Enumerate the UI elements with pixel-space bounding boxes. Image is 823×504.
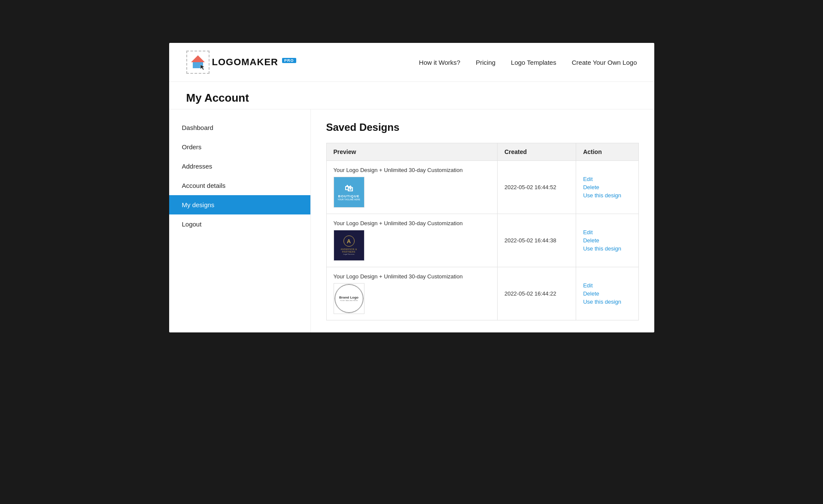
brand-logo-text: Brand Logo [339, 296, 358, 299]
created-cell-1: 2022-05-02 16:44:52 [497, 161, 576, 214]
preview-cell-2: Your Logo Design + Unlimited 30-day Cust… [326, 214, 497, 267]
logo-area: LOGOMAKER PRO [186, 51, 296, 74]
svg-marker-0 [191, 55, 205, 62]
created-date-1: 2022-05-02 16:44:52 [504, 184, 556, 190]
table-row: Your Logo Design + Unlimited 30-day Cust… [326, 161, 638, 214]
design-thumbnail-3: Brand Logo YOUR TAGLINE HERE [334, 283, 364, 314]
sidebar-item-my-designs[interactable]: My designs [169, 195, 310, 214]
created-cell-2: 2022-05-02 16:44:38 [497, 214, 576, 267]
header: LOGOMAKER PRO How it Works? Pricing Logo… [169, 43, 654, 82]
design-thumbnail-2: A Anderson & Partners Legal Services [334, 230, 364, 261]
design-description-3: Your Logo Design + Unlimited 30-day Cust… [334, 273, 490, 280]
action-cell-3: Edit Delete Use this design [576, 267, 638, 320]
created-cell-3: 2022-05-02 16:44:22 [497, 267, 576, 320]
action-links-3: Edit Delete Use this design [583, 282, 631, 305]
sidebar-item-dashboard[interactable]: Dashboard [169, 118, 310, 137]
sidebar-item-logout[interactable]: Logout [169, 214, 310, 234]
logo-text-area: LOGOMAKER PRO [212, 57, 296, 68]
brandlogo-thumb: Brand Logo YOUR TAGLINE HERE [334, 284, 364, 313]
bag-icon: 🛍 [345, 184, 353, 193]
content-area: Saved Designs Preview Created Action You… [311, 109, 654, 332]
page-wrapper: LOGOMAKER PRO How it Works? Pricing Logo… [169, 43, 654, 332]
main-nav: How it Works? Pricing Logo Templates Cre… [419, 59, 637, 66]
action-links-1: Edit Delete Use this design [583, 176, 631, 199]
circle-a-icon: A [343, 235, 355, 247]
sidebar-item-addresses[interactable]: Addresses [169, 157, 310, 176]
action-cell-1: Edit Delete Use this design [576, 161, 638, 214]
delete-link-1[interactable]: Delete [583, 184, 631, 190]
table-header-row: Preview Created Action [326, 143, 638, 161]
nav-logo-templates[interactable]: Logo Templates [511, 59, 556, 66]
account-title: My Account [186, 91, 637, 105]
account-title-bar: My Account [169, 82, 654, 109]
pro-badge: PRO [282, 58, 296, 63]
anderson-thumb: A Anderson & Partners Legal Services [334, 230, 364, 260]
sidebar: Dashboard Orders Addresses Account detai… [169, 109, 311, 332]
brand-logo-sub: YOUR TAGLINE HERE [340, 299, 358, 302]
sidebar-item-orders[interactable]: Orders [169, 137, 310, 157]
design-thumbnail-1: 🛍 BOUTIQUE YOUR TAGLINE HERE [334, 177, 364, 208]
delete-link-3[interactable]: Delete [583, 290, 631, 297]
preview-cell-3: Your Logo Design + Unlimited 30-day Cust… [326, 267, 497, 320]
main-layout: Dashboard Orders Addresses Account detai… [169, 109, 654, 332]
nav-how-it-works[interactable]: How it Works? [419, 59, 460, 66]
boutique-sub: YOUR TAGLINE HERE [337, 198, 360, 201]
edit-link-3[interactable]: Edit [583, 282, 631, 289]
edit-link-2[interactable]: Edit [583, 229, 631, 235]
design-description-1: Your Logo Design + Unlimited 30-day Cust… [334, 167, 490, 173]
boutique-thumb: 🛍 BOUTIQUE YOUR TAGLINE HERE [334, 177, 364, 207]
boutique-label: BOUTIQUE [338, 194, 359, 198]
table-row: Your Logo Design + Unlimited 30-day Cust… [326, 267, 638, 320]
preview-cell-1: Your Logo Design + Unlimited 30-day Cust… [326, 161, 497, 214]
saved-designs-title: Saved Designs [326, 121, 639, 133]
sidebar-item-account-details[interactable]: Account details [169, 176, 310, 195]
logo-icon [186, 51, 210, 74]
logo-brand-text: LOGOMAKER PRO [212, 57, 296, 67]
action-links-2: Edit Delete Use this design [583, 229, 631, 252]
design-description-2: Your Logo Design + Unlimited 30-day Cust… [334, 220, 490, 226]
use-design-link-2[interactable]: Use this design [583, 245, 631, 252]
edit-link-1[interactable]: Edit [583, 176, 631, 182]
nav-pricing[interactable]: Pricing [476, 59, 495, 66]
use-design-link-1[interactable]: Use this design [583, 192, 631, 199]
created-date-2: 2022-05-02 16:44:38 [504, 237, 556, 244]
action-cell-2: Edit Delete Use this design [576, 214, 638, 267]
anderson-sub: Legal Services [343, 253, 354, 255]
use-design-link-3[interactable]: Use this design [583, 299, 631, 305]
delete-link-2[interactable]: Delete [583, 237, 631, 244]
created-date-3: 2022-05-02 16:44:22 [504, 290, 556, 297]
col-header-action: Action [576, 143, 638, 161]
table-row: Your Logo Design + Unlimited 30-day Cust… [326, 214, 638, 267]
col-header-created: Created [497, 143, 576, 161]
brandlogo-inner: Brand Logo YOUR TAGLINE HERE [335, 284, 363, 313]
nav-create-logo[interactable]: Create Your Own Logo [572, 59, 637, 66]
designs-table: Preview Created Action Your Logo Design … [326, 143, 639, 320]
col-header-preview: Preview [326, 143, 497, 161]
firm-name-label: Anderson & Partners [336, 248, 362, 253]
